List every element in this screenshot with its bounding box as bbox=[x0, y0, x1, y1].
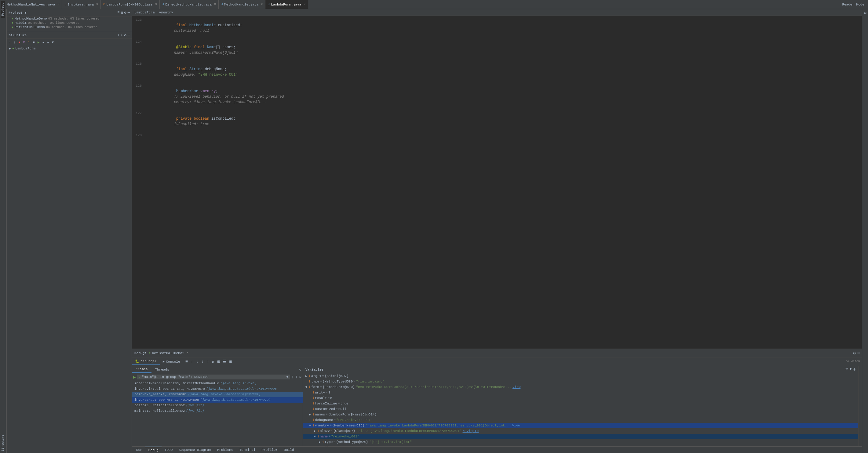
frame-item-5[interactable]: main:31, ReflectCallDemo2 (jvm.jit) bbox=[132, 408, 303, 414]
var-row-form[interactable]: ▼ ℹ form = {LambdaForm@610} "BMH.reinvok… bbox=[303, 384, 858, 390]
tab-close-methodhandlenatives[interactable]: × bbox=[57, 3, 59, 6]
struct-btn-2[interactable]: ↕ bbox=[13, 40, 17, 44]
structure-sort-btn[interactable]: ↕ bbox=[117, 33, 119, 37]
var-expand-form[interactable]: ▼ bbox=[305, 386, 309, 389]
project-toolbar-btn3[interactable]: ⚙ bbox=[124, 10, 126, 15]
project-toolbar-btn1[interactable]: ≡ bbox=[117, 10, 119, 15]
structure-settings-btn[interactable]: ⚙ bbox=[124, 33, 126, 37]
project-toolbar-btn2[interactable]: ⊞ bbox=[121, 10, 123, 15]
frames-filter-btn2[interactable]: ▽ bbox=[299, 375, 302, 380]
bottom-tab-todo[interactable]: TODO bbox=[161, 447, 176, 453]
bottom-tab-build[interactable]: Build bbox=[281, 447, 297, 453]
vars-scrollbar[interactable] bbox=[858, 366, 862, 446]
bottom-tab-run[interactable]: Run bbox=[133, 447, 145, 453]
debug-session[interactable]: ● ReflectCallDemo2 × bbox=[149, 351, 189, 355]
struct-btn-i[interactable]: i bbox=[27, 40, 31, 44]
debug-toolbar-btn-log[interactable]: ☰ bbox=[222, 359, 227, 364]
structure-item-lambdaform[interactable]: ▶ ● LambdaForm bbox=[7, 46, 132, 51]
debug-toolbar-btn-reset[interactable]: ↺ bbox=[211, 359, 215, 364]
var-row-name[interactable]: ▼ ℹ name = "reinvoke_001" bbox=[303, 434, 858, 439]
project-sidebar-tab[interactable]: Project bbox=[1, 1, 5, 18]
struct-btn-p[interactable]: P bbox=[22, 40, 26, 44]
struct-btn-6[interactable]: ✦ bbox=[41, 40, 45, 44]
struct-btn-dn[interactable]: ▼ bbox=[51, 40, 55, 44]
bottom-tab-profiler[interactable]: Profiler bbox=[258, 447, 281, 453]
structure-close-btn[interactable]: — bbox=[128, 33, 130, 37]
struct-btn-5[interactable]: ▶ bbox=[37, 40, 41, 44]
structure-sidebar-tab[interactable]: Structure bbox=[1, 433, 5, 453]
var-link-vmentry[interactable]: View bbox=[512, 424, 520, 427]
debug-toolbar-btn-menu[interactable]: ≡ bbox=[184, 359, 189, 364]
tab-close-methodhandle[interactable]: × bbox=[261, 3, 263, 6]
debug-toolbar-btn-down[interactable]: ↓ bbox=[195, 359, 199, 364]
code-editor[interactable]: 123 final MethodHandle customized; custo… bbox=[132, 16, 862, 349]
tab-close-lambdaform[interactable]: × bbox=[304, 3, 305, 6]
bottom-tab-sequence[interactable]: Sequence Diagram bbox=[176, 447, 214, 453]
var-row-customized[interactable]: ℹ customized = null bbox=[303, 406, 858, 412]
frame-item-0[interactable]: internalMemberName:283, DirectMethodHand… bbox=[132, 381, 303, 386]
tab-close-lambdaformdmh[interactable]: × bbox=[155, 3, 157, 6]
struct-btn-4[interactable]: ■ bbox=[32, 40, 36, 44]
vars-w-btn[interactable]: W ▼ bbox=[846, 367, 852, 372]
var-link-clazz[interactable]: Navigate bbox=[463, 429, 479, 433]
right-sidebar-btn1[interactable]: ⊞ bbox=[863, 10, 868, 15]
debug-tab-debugger[interactable]: 🐛 Debugger bbox=[132, 358, 160, 365]
frame-item-1[interactable]: invokeVirtual_001_LL_L:1, 472654579 (jav… bbox=[132, 386, 303, 392]
project-dropdown-arrow[interactable]: ▼ bbox=[25, 11, 27, 15]
frames-up-btn[interactable]: ↑ bbox=[291, 375, 294, 380]
structure-sort-btn2[interactable]: ↕ bbox=[121, 33, 123, 37]
frames-filter-btn[interactable]: ▽ bbox=[299, 367, 302, 372]
frame-item-2[interactable]: reinvoke_001:-1, 736709391 (java.lang.in… bbox=[132, 392, 303, 397]
thread-dropdown[interactable]: ✓ "main"@1 in group "main": RUNNING ▼ bbox=[137, 375, 290, 380]
breadcrumb-part2[interactable]: vmentry bbox=[159, 11, 173, 14]
bottom-tab-debug[interactable]: Debug bbox=[145, 447, 161, 453]
var-row-vmentry[interactable]: ▼ ℹ vmentry = {MemberName@616} "java.lan… bbox=[303, 423, 858, 428]
breadcrumb-part1[interactable]: LambdaForm bbox=[134, 11, 155, 14]
debug-toolbar-btn-grid[interactable]: ⊞ bbox=[228, 359, 233, 364]
tree-item-reflectcalldemo[interactable]: ● ReflectCallDemo 0% methods, 0% lines c… bbox=[7, 25, 132, 29]
var-row-argL1[interactable]: ▶ ℹ argL1 = {Animal@607} bbox=[303, 373, 858, 379]
tab-lambdaformdmh[interactable]: C LambdaForm$DMH006.class × bbox=[101, 0, 160, 9]
reader-mode-button[interactable]: Reader Mode bbox=[840, 3, 867, 6]
var-row-result[interactable]: ℹ result = 5 bbox=[303, 395, 858, 401]
debug-settings-btn[interactable]: ⚙ bbox=[853, 350, 856, 356]
struct-btn-3[interactable]: ● bbox=[18, 40, 21, 44]
var-row-type[interactable]: ℹ type = {MethodType@589} "(int,int)int" bbox=[303, 379, 858, 384]
debug-toolbar-btn-stepover[interactable]: ↓ bbox=[200, 359, 205, 364]
debug-tab-console[interactable]: ▶ Console bbox=[160, 358, 183, 365]
bottom-tab-problems[interactable]: Problems bbox=[214, 447, 237, 453]
debug-session-close[interactable]: × bbox=[187, 351, 188, 355]
frame-item-4[interactable]: test:43, ReflectCallDemo2 (jvm.jit) bbox=[132, 402, 303, 408]
tab-frames[interactable]: Frames bbox=[132, 366, 152, 373]
tab-close-invokers[interactable]: × bbox=[96, 3, 98, 6]
debug-toolbar-btn-up[interactable]: ↑ bbox=[190, 359, 194, 364]
tree-item-methodhandledemo[interactable]: ● MethodHandleDemo 0% methods, 0% lines … bbox=[7, 17, 132, 21]
var-link-form[interactable]: View bbox=[513, 385, 521, 389]
tab-directmethodhandle[interactable]: J DirectMethodHandle.java × bbox=[160, 0, 219, 9]
frame-item-3[interactable]: invokeExact_000_MT:-1, 401424608 (java.l… bbox=[132, 397, 303, 402]
tab-close-directmethodhandle[interactable]: × bbox=[214, 3, 216, 6]
var-row-arity[interactable]: ℹ arity = 3 bbox=[303, 390, 858, 395]
var-expand-argL1[interactable]: ▶ bbox=[305, 374, 309, 378]
var-row-type-nested[interactable]: ▶ ℹ type = {MethodType@620} "(Object,int… bbox=[303, 439, 858, 445]
vars-add-btn[interactable]: + bbox=[853, 367, 856, 372]
debug-maximize-btn[interactable]: ⊞ bbox=[857, 350, 860, 356]
var-row-clazz[interactable]: ▶ ℹ clazz = {Class@587} "class java.lang… bbox=[303, 428, 858, 434]
struct-btn-1[interactable]: ↕ bbox=[8, 40, 12, 44]
resume-icon[interactable]: ▶ bbox=[133, 375, 135, 380]
tree-item-rabbit[interactable]: ● Rabbit 0% methods, 0% lines covered bbox=[7, 21, 132, 25]
tab-methodhandlenatives[interactable]: J MethodHandleNatives.java × bbox=[1, 0, 62, 9]
var-row-debugName[interactable]: ℹ debugName = "BMH.reinvoke_001" bbox=[303, 417, 858, 423]
var-row-forceInline[interactable]: ℹ forceInline = true bbox=[303, 401, 858, 406]
tab-invokers[interactable]: J Invokers.java × bbox=[62, 0, 101, 9]
debug-toolbar-btn-eval[interactable]: ⊡ bbox=[216, 359, 220, 364]
tab-methodhandle[interactable]: J MethodHandle.java × bbox=[219, 0, 266, 9]
var-row-names[interactable]: ▶ ℹ names = {LambdaForm$Name[6]@614} bbox=[303, 412, 858, 417]
frames-dn-btn[interactable]: ↓ bbox=[295, 375, 298, 380]
tab-threads[interactable]: Threads bbox=[152, 366, 173, 373]
project-toolbar-btn4[interactable]: — bbox=[128, 10, 130, 15]
tab-lambdaform[interactable]: J LambdaForm.java × bbox=[266, 0, 308, 9]
struct-btn-up[interactable]: ▲ bbox=[46, 40, 50, 44]
debug-toolbar-btn-stepout[interactable]: ↑ bbox=[206, 359, 210, 364]
bottom-tab-terminal[interactable]: Terminal bbox=[237, 447, 259, 453]
